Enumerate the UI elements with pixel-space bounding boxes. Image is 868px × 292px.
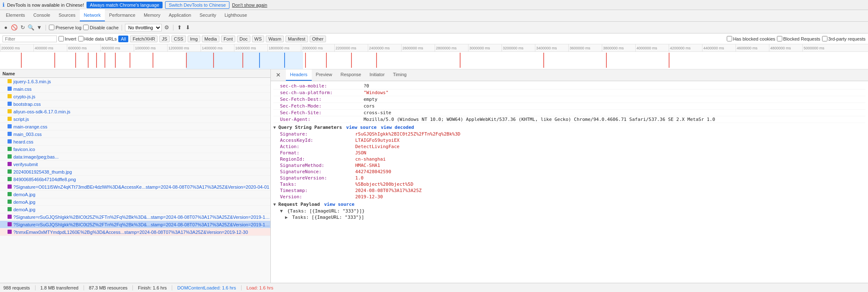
- preserve-log-checkbox[interactable]: [49, 25, 54, 30]
- request-list-item[interactable]: bootstrap.css: [0, 100, 270, 108]
- preserve-log-label[interactable]: Preserve log: [49, 25, 81, 30]
- third-party-checkbox[interactable]: [822, 36, 827, 41]
- req-type-icon: [7, 147, 13, 152]
- request-list-item[interactable]: demoA.jpg: [0, 198, 270, 206]
- tab-sources[interactable]: Sources: [54, 10, 79, 21]
- req-name-text: main_003.css: [13, 132, 270, 137]
- tab-memory[interactable]: Memory: [140, 10, 165, 21]
- export-icon[interactable]: ⬇: [185, 24, 191, 31]
- blocked-requests-toggle[interactable]: Blocked Requests: [777, 36, 820, 41]
- clear-icon[interactable]: 🚫: [11, 24, 18, 31]
- request-list-item[interactable]: ?Signature=rSuGJQShIgkk%2BIC0t25Z%2FTn%2…: [0, 213, 270, 221]
- header-sec-fetch-dest: Sec-Fetch-Dest: empty: [273, 96, 865, 103]
- timeline-event: [543, 53, 544, 68]
- record-icon[interactable]: ●: [3, 24, 9, 31]
- detail-tab-timing[interactable]: Timing: [389, 69, 411, 81]
- payload-view-source-link[interactable]: view source: [324, 202, 354, 207]
- timeline-event: [351, 53, 352, 68]
- blocked-requests-label: Blocked Requests: [783, 36, 820, 41]
- has-blocked-cookies-toggle[interactable]: Has blocked cookies: [727, 36, 775, 41]
- request-list-item[interactable]: 20240061925438_thumb.jpg: [0, 168, 270, 176]
- hide-data-urls-checkbox[interactable]: [78, 36, 84, 41]
- request-list-item[interactable]: heard.css: [0, 138, 270, 146]
- request-list-item[interactable]: ?tnmxEmwx0xMTYmdpdL1260E%2Bg%3D&Access..…: [0, 228, 270, 236]
- status-transferred: 1.8 MB transferred: [41, 285, 79, 290]
- invert-checkbox[interactable]: [59, 36, 64, 41]
- tab-network[interactable]: Network: [80, 10, 105, 21]
- request-list-item[interactable]: main_003.css: [0, 131, 270, 138]
- filter-other-btn[interactable]: Other: [310, 36, 326, 42]
- request-list-item[interactable]: aliyun-oss-sdk-6.17.0.min.js: [0, 108, 270, 115]
- view-decoded-link[interactable]: view decoded: [381, 125, 414, 130]
- hide-data-urls-toggle[interactable]: Hide data URLs: [78, 36, 117, 41]
- tab-security[interactable]: Security: [195, 10, 220, 21]
- toolbar-sep3: [173, 25, 173, 31]
- detail-tab-headers[interactable]: Headers: [286, 69, 312, 81]
- req-type-icon: [7, 94, 13, 99]
- request-list-item[interactable]: demoA.jpg: [0, 206, 270, 213]
- filter-input[interactable]: [3, 36, 57, 42]
- tab-elements[interactable]: Elements: [2, 10, 29, 21]
- filter-media-btn[interactable]: Media: [202, 36, 219, 42]
- request-list-item[interactable]: 84900685466b47104dffe8.png: [0, 176, 270, 183]
- filter-img-btn[interactable]: Img: [188, 36, 200, 42]
- import-icon[interactable]: ⬆: [176, 24, 183, 31]
- view-source-link[interactable]: view source: [346, 125, 377, 130]
- filter-manifest-btn[interactable]: Manifest: [285, 36, 308, 42]
- request-list-item[interactable]: main-orange.css: [0, 123, 270, 131]
- throttle-select[interactable]: No throttling: [125, 24, 162, 31]
- detail-tab-preview[interactable]: Preview: [312, 69, 336, 81]
- filter-font-btn[interactable]: Font: [221, 36, 235, 42]
- request-list-item[interactable]: crypto-js.js: [0, 93, 270, 100]
- search-icon[interactable]: 🔍: [28, 24, 34, 31]
- request-list-item[interactable]: ?Signature=rSuGJQShIgkk%2BIC0t25Z%2FTn%2…: [0, 221, 270, 228]
- filter-icon[interactable]: ▼: [36, 24, 43, 31]
- disable-cache-label[interactable]: Disable cache: [83, 25, 119, 30]
- dont-show-again-btn[interactable]: Don't show again: [232, 3, 267, 8]
- has-blocked-cookies-checkbox[interactable]: [727, 36, 732, 41]
- filter-fetchxhr-btn[interactable]: Fetch/XHR: [130, 36, 158, 42]
- tab-lighthouse[interactable]: Lighthouse: [220, 10, 251, 21]
- request-list-item[interactable]: main.css: [0, 85, 270, 93]
- tab-performance[interactable]: Performance: [105, 10, 140, 21]
- filter-css-btn[interactable]: CSS: [171, 36, 186, 42]
- req-type-icon: [7, 87, 13, 92]
- request-list-item[interactable]: demoA.jpg: [0, 191, 270, 198]
- request-list-item[interactable]: ?Signature=O011I5WnZ4qKTt73mdBEr4dzlWl%3…: [0, 183, 270, 191]
- timeline[interactable]: 200000 ms 400000 ms 600000 ms 800000 ms …: [0, 44, 868, 69]
- header-sec-ch-ua-platform: sec-ch-ua-platform: "Windows": [273, 90, 865, 96]
- blocked-requests-checkbox[interactable]: [777, 36, 782, 41]
- detail-tab-initiator[interactable]: Initiator: [365, 69, 389, 81]
- request-list-item[interactable]: script.js: [0, 115, 270, 123]
- invert-toggle[interactable]: Invert: [59, 36, 76, 41]
- request-list-body[interactable]: jquery-1.6.3.min.jsmain.csscrypto-js.jsb…: [0, 78, 270, 283]
- req-name-text: demoA.jpg: [13, 200, 270, 205]
- filter-js-btn[interactable]: JS: [159, 36, 170, 42]
- fetch-icon[interactable]: ↻: [19, 24, 26, 31]
- timeline-event: [96, 53, 97, 68]
- switch-devtools-btn[interactable]: Switch DevTools to Chinese: [165, 1, 229, 9]
- tab-console[interactable]: Console: [29, 10, 54, 21]
- third-party-toggle[interactable]: 3rd-party requests: [822, 36, 865, 41]
- filter-ws-btn[interactable]: WS: [252, 36, 265, 42]
- always-match-btn[interactable]: Always match Chrome's language: [87, 2, 163, 8]
- filter-all-btn[interactable]: All: [118, 36, 128, 42]
- throttle-config-icon[interactable]: ⚙: [163, 24, 170, 31]
- request-list-item[interactable]: data:image/jpeg;bas...: [0, 153, 270, 161]
- close-detail-btn[interactable]: ✕: [272, 69, 284, 81]
- request-list-item[interactable]: favicon.ico: [0, 146, 270, 153]
- filter-doc-btn[interactable]: Doc: [237, 36, 250, 42]
- request-list-item[interactable]: verifysubmit: [0, 161, 270, 168]
- request-list-item[interactable]: jquery-1.6.3.min.js: [0, 78, 270, 85]
- query-params-section[interactable]: ▼ Query String Parameters view source vi…: [273, 123, 865, 131]
- ruler-tick: 2800000 ms: [435, 44, 468, 51]
- request-payload-section[interactable]: ▼ Request Payload view source: [273, 200, 865, 208]
- detail-content[interactable]: sec-ch-ua-mobile: ?0 sec-ch-ua-platform:…: [271, 81, 868, 283]
- filter-wasm-btn[interactable]: Wasm: [266, 36, 284, 42]
- disable-cache-checkbox[interactable]: [83, 25, 89, 30]
- req-type-icon: [7, 230, 13, 235]
- query-params-arrow: ▼: [273, 125, 276, 130]
- detail-tab-response[interactable]: Response: [336, 69, 366, 81]
- tab-application[interactable]: Application: [165, 10, 196, 21]
- param-format: Format: JSON: [273, 150, 865, 156]
